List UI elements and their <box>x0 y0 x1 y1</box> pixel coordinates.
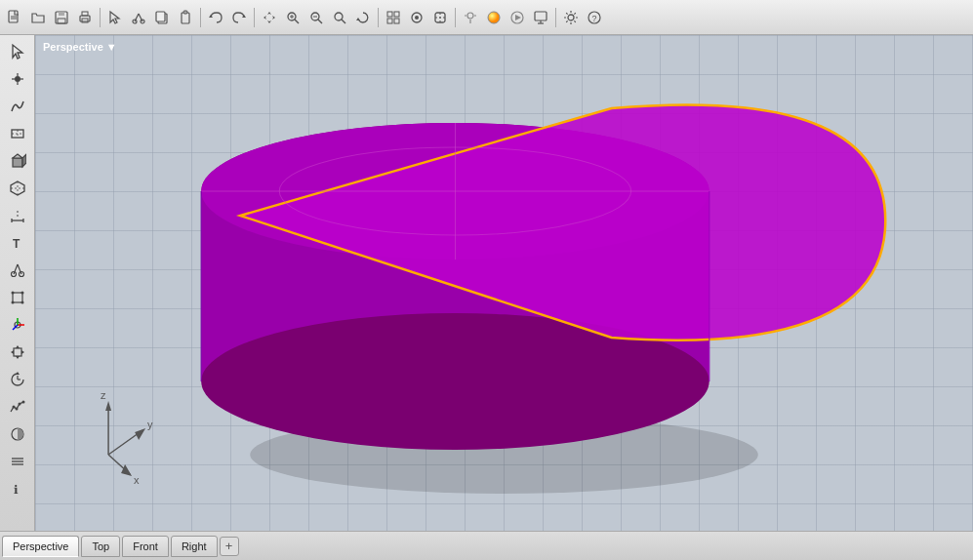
svg-text:T: T <box>13 237 20 251</box>
svg-point-35 <box>415 16 419 20</box>
svg-marker-19 <box>242 15 246 18</box>
svg-rect-30 <box>387 12 392 17</box>
svg-text:x: x <box>134 474 140 486</box>
display-mode-button[interactable] <box>530 7 551 28</box>
cage-side-button[interactable] <box>5 285 30 310</box>
svg-point-93 <box>12 406 15 409</box>
render-side-button[interactable] <box>5 421 30 447</box>
main-toolbar: ? <box>0 0 973 35</box>
svg-point-94 <box>15 408 18 411</box>
tab-front[interactable]: Front <box>122 536 169 557</box>
zoom-window-button[interactable] <box>305 7 327 28</box>
svg-point-95 <box>18 403 20 406</box>
left-sidebar: T ℹ <box>0 35 35 531</box>
svg-line-28 <box>342 20 345 23</box>
svg-marker-52 <box>13 45 22 59</box>
viewport-label[interactable]: Perspective ▼ <box>43 41 117 53</box>
viewport-name: Perspective <box>43 41 103 53</box>
cut-button[interactable] <box>128 7 149 28</box>
curve-side-button[interactable] <box>5 94 30 119</box>
svg-marker-9 <box>110 12 119 23</box>
svg-line-21 <box>295 20 299 23</box>
svg-point-78 <box>20 292 23 295</box>
svg-point-27 <box>335 13 343 20</box>
sep6 <box>555 8 556 27</box>
open-button[interactable] <box>27 7 49 28</box>
add-tab-button[interactable]: + <box>220 537 239 556</box>
svg-marker-116 <box>135 428 145 440</box>
properties-button[interactable] <box>560 7 582 28</box>
dimension-side-button[interactable] <box>5 203 30 228</box>
sep2 <box>200 8 201 27</box>
svg-rect-33 <box>394 19 399 23</box>
copy-button[interactable] <box>151 7 173 28</box>
gumball-side-button[interactable] <box>5 312 30 338</box>
material-button[interactable] <box>483 7 505 28</box>
surface-side-button[interactable] <box>5 121 30 146</box>
svg-point-53 <box>15 76 20 82</box>
layer-side-button[interactable] <box>5 449 30 474</box>
clipping-side-button[interactable] <box>5 258 30 283</box>
tab-right[interactable]: Right <box>171 536 218 557</box>
select-side-button[interactable] <box>5 39 30 64</box>
zoom-in-button[interactable] <box>329 7 350 28</box>
svg-point-77 <box>11 292 14 295</box>
tab-top[interactable]: Top <box>81 536 120 557</box>
3d-scene: z y x <box>35 35 973 531</box>
point-side-button[interactable] <box>5 66 30 92</box>
properties-side-button[interactable]: ℹ <box>5 476 30 501</box>
svg-text:z: z <box>101 389 106 401</box>
mesh-side-button[interactable] <box>5 176 30 201</box>
tab-front-label: Front <box>133 540 158 552</box>
object-snap-button[interactable] <box>429 7 451 28</box>
transform-side-button[interactable] <box>5 340 30 365</box>
render-button[interactable] <box>507 7 528 28</box>
svg-rect-85 <box>14 348 21 356</box>
svg-point-96 <box>21 401 24 404</box>
svg-rect-7 <box>82 12 88 16</box>
svg-point-43 <box>488 12 500 23</box>
snap-button[interactable] <box>406 7 427 28</box>
tab-perspective[interactable]: Perspective <box>2 536 79 557</box>
svg-rect-76 <box>13 293 22 302</box>
history-side-button[interactable] <box>5 367 30 392</box>
svg-point-80 <box>20 301 23 304</box>
print-button[interactable] <box>74 7 96 28</box>
grid-toggle-button[interactable] <box>383 7 404 28</box>
pan-button[interactable] <box>259 7 280 28</box>
rotate-view-button[interactable] <box>352 7 374 28</box>
svg-marker-62 <box>13 154 22 158</box>
undo-button[interactable] <box>205 7 226 28</box>
svg-marker-18 <box>209 15 213 18</box>
svg-rect-46 <box>535 12 547 20</box>
svg-rect-16 <box>182 13 189 23</box>
svg-marker-63 <box>22 154 26 167</box>
analyze-side-button[interactable] <box>5 394 30 420</box>
light-button[interactable] <box>460 7 481 28</box>
svg-marker-29 <box>356 18 360 20</box>
sep4 <box>378 8 379 27</box>
solid-side-button[interactable] <box>5 148 30 174</box>
tab-perspective-label: Perspective <box>13 540 68 552</box>
svg-text:?: ? <box>592 14 597 23</box>
svg-text:ℹ: ℹ <box>14 483 19 497</box>
new-button[interactable] <box>4 7 25 28</box>
zoom-extents-button[interactable] <box>282 7 304 28</box>
select-tool-button[interactable] <box>104 7 126 28</box>
svg-rect-61 <box>13 158 22 167</box>
save-button[interactable] <box>51 7 72 28</box>
paste-button[interactable] <box>175 7 196 28</box>
svg-marker-87 <box>21 350 24 354</box>
svg-marker-45 <box>515 15 521 20</box>
redo-button[interactable] <box>228 7 250 28</box>
help-button[interactable]: ? <box>584 7 605 28</box>
tab-plus-icon: + <box>225 539 233 553</box>
svg-line-25 <box>318 20 322 23</box>
svg-text:y: y <box>147 419 153 430</box>
svg-marker-119 <box>121 464 132 476</box>
svg-rect-31 <box>394 12 399 17</box>
viewport-area[interactable]: Perspective ▼ <box>35 35 973 531</box>
text-side-button[interactable]: T <box>5 230 30 256</box>
svg-marker-89 <box>16 356 20 359</box>
sep1 <box>100 8 101 27</box>
